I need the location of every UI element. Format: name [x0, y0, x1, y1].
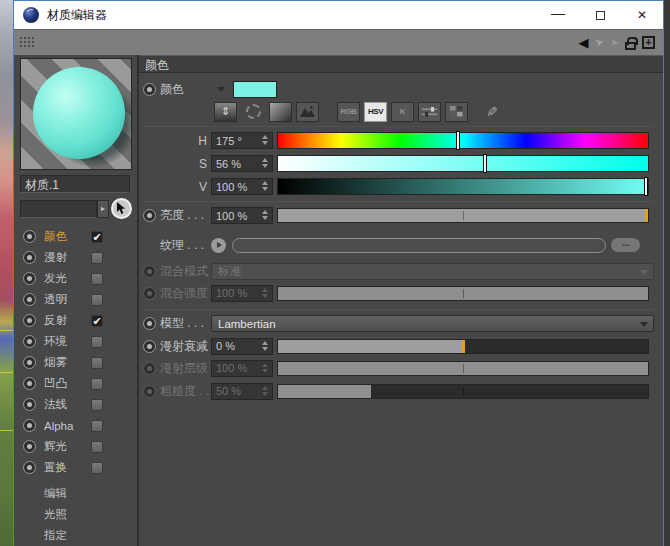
spinner-arrows-icon[interactable] — [262, 341, 269, 351]
channel-checkbox[interactable]: ✔ — [91, 315, 103, 327]
channel-checkbox[interactable] — [91, 357, 103, 369]
texture-field[interactable] — [232, 238, 606, 253]
channel-label: 烟雾 — [44, 355, 89, 370]
channel-radio-icon[interactable] — [23, 440, 36, 453]
color-label: 颜色 — [160, 81, 211, 98]
hue-spinner[interactable]: 175 ° — [211, 132, 273, 149]
sidebar-action-光照[interactable]: 光照 — [14, 504, 137, 525]
saturation-handle[interactable] — [483, 154, 487, 173]
add-tab-button[interactable]: + — [642, 36, 655, 49]
channel-checkbox[interactable] — [91, 336, 103, 348]
swatches-icon[interactable] — [445, 102, 468, 122]
brightness-slider[interactable] — [277, 208, 649, 223]
channel-row-颜色[interactable]: 颜色✔ — [14, 226, 137, 247]
value-slider[interactable] — [277, 178, 649, 195]
titlebar[interactable]: 材质编辑器 — ✕ — [14, 1, 663, 29]
channel-radio-icon[interactable] — [23, 356, 36, 369]
mix-mode-dropdown: 标准 — [211, 263, 654, 280]
channel-radio-icon[interactable] — [23, 314, 36, 327]
lock-icon[interactable] — [625, 42, 636, 50]
minimize-button[interactable]: — — [537, 1, 579, 29]
diffuse-falloff-spinner[interactable]: 0 % — [211, 338, 273, 355]
maximize-button[interactable] — [579, 1, 621, 29]
texture-expand-icon[interactable] — [211, 238, 226, 253]
channel-checkbox[interactable] — [91, 294, 103, 306]
hsv-mode-button[interactable]: HSV — [364, 102, 387, 122]
channel-radio-icon[interactable] — [23, 377, 36, 390]
channel-radio-icon[interactable] — [23, 419, 36, 432]
channel-checkbox[interactable] — [91, 462, 103, 474]
channel-row-环境[interactable]: 环境 — [14, 331, 137, 352]
diffuse-falloff-slider[interactable] — [277, 339, 649, 354]
screen: 材质编辑器 — ✕ ◀ ➤ ➤ + — [0, 0, 670, 546]
channel-radio-icon[interactable] — [23, 272, 36, 285]
close-button[interactable]: ✕ — [621, 1, 663, 29]
channel-label: Alpha — [44, 420, 89, 432]
channel-row-反射[interactable]: 反射✔ — [14, 310, 137, 331]
color-wheel-icon[interactable] — [246, 104, 261, 119]
channel-radio-icon[interactable] — [23, 461, 36, 474]
brightness-spinner[interactable]: 100 % — [211, 207, 273, 224]
spinner-arrows-icon[interactable] — [262, 158, 269, 168]
preview-type-field[interactable] — [20, 200, 97, 218]
channel-row-置换[interactable]: 置换 — [14, 457, 137, 478]
eyedropper-icon[interactable]: ✎ — [486, 104, 498, 120]
spinner-arrows-icon[interactable] — [262, 181, 269, 191]
channel-radio-icon[interactable] — [23, 251, 36, 264]
channel-radio-icon[interactable] — [23, 230, 36, 243]
hue-slider[interactable] — [277, 132, 649, 149]
color-swatch[interactable] — [233, 81, 277, 98]
channel-row-辉光[interactable]: 辉光 — [14, 436, 137, 457]
brightness-radio-icon[interactable] — [143, 209, 156, 222]
channel-checkbox[interactable] — [91, 378, 103, 390]
sidebar-action-编辑[interactable]: 编辑 — [14, 483, 137, 504]
sidebar-action-指定[interactable]: 指定 — [14, 525, 137, 546]
channel-row-烟雾[interactable]: 烟雾 — [14, 352, 137, 373]
hue-handle[interactable] — [456, 131, 460, 150]
channel-label: 法线 — [44, 397, 89, 412]
mixer-icon[interactable] — [418, 102, 441, 122]
value-spinner[interactable]: 100 % — [211, 178, 273, 195]
channel-checkbox[interactable] — [91, 273, 103, 285]
channel-row-透明[interactable]: 透明 — [14, 289, 137, 310]
expand-triangle-icon[interactable] — [217, 87, 225, 92]
texture-browse-button[interactable]: ... — [611, 238, 640, 252]
cinema4d-logo-icon — [23, 7, 39, 23]
channel-row-漫射[interactable]: 漫射 — [14, 247, 137, 268]
material-preview[interactable] — [20, 58, 132, 170]
gradient-picker-icon[interactable] — [269, 102, 292, 122]
saturation-spinner[interactable]: 56 % — [211, 155, 273, 172]
preview-expand-button[interactable]: ▸ — [97, 200, 109, 218]
spinner-arrows-icon[interactable] — [262, 135, 269, 145]
rgb-mode-button[interactable]: RGB — [337, 102, 360, 122]
model-label: 模型 . . . — [160, 315, 211, 332]
channel-radio-icon[interactable] — [23, 293, 36, 306]
channel-row-凹凸[interactable]: 凹凸 — [14, 373, 137, 394]
channel-radio-icon[interactable] — [23, 398, 36, 411]
channel-checkbox[interactable]: ✔ — [91, 231, 103, 243]
diffuse-falloff-radio-icon[interactable] — [143, 340, 156, 353]
channel-checkbox[interactable] — [91, 399, 103, 411]
model-dropdown[interactable]: Lambertian — [211, 315, 654, 332]
channel-checkbox[interactable] — [91, 252, 103, 264]
model-radio-icon[interactable] — [143, 317, 156, 330]
spinner-arrows-icon[interactable] — [262, 210, 269, 220]
image-picker-icon[interactable] — [296, 102, 319, 122]
channel-row-发光[interactable]: 发光 — [14, 268, 137, 289]
channel-row-法线[interactable]: 法线 — [14, 394, 137, 415]
channel-row-Alpha[interactable]: Alpha — [14, 415, 137, 436]
saturation-slider[interactable] — [277, 155, 649, 172]
value-handle[interactable] — [644, 177, 648, 196]
channel-checkbox[interactable] — [91, 420, 103, 432]
toolbar: ◀ ➤ ➤ + — [14, 29, 663, 55]
back-arrow-icon[interactable]: ◀ — [579, 36, 589, 49]
background-app-sliver — [0, 0, 13, 546]
material-name-field[interactable]: 材质.1 — [20, 175, 130, 193]
pick-material-button[interactable] — [111, 198, 132, 219]
color-radio-icon[interactable] — [143, 83, 156, 96]
k-mode-button[interactable]: K — [391, 102, 414, 122]
drag-grip[interactable] — [19, 36, 36, 49]
compact-picker-icon[interactable]: ⇕ — [214, 102, 237, 122]
channel-radio-icon[interactable] — [23, 335, 36, 348]
channel-checkbox[interactable] — [91, 441, 103, 453]
